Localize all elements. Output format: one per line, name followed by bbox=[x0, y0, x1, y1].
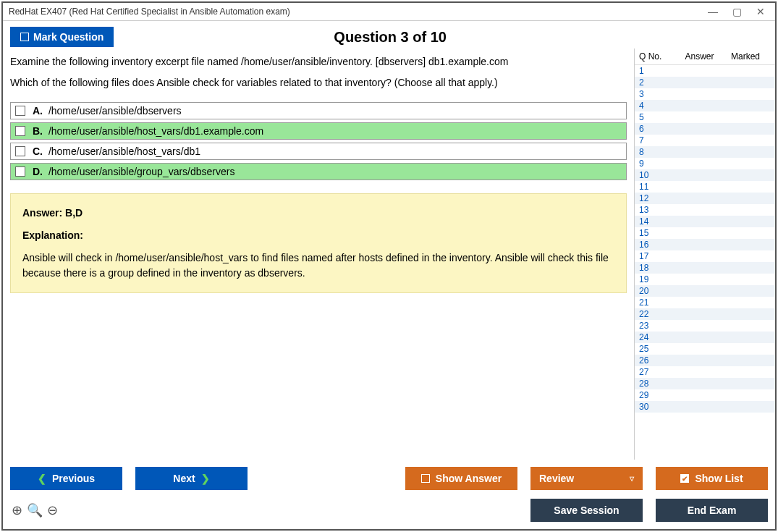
checkbox-icon bbox=[15, 126, 25, 136]
question-row-30[interactable]: 30 bbox=[635, 401, 775, 413]
question-row-25[interactable]: 25 bbox=[635, 343, 775, 355]
row-number: 22 bbox=[639, 309, 668, 319]
titlebar: RedHat EX407 (Red Hat Certified Speciali… bbox=[3, 3, 775, 21]
question-row-5[interactable]: 5 bbox=[635, 111, 775, 123]
question-row-24[interactable]: 24 bbox=[635, 332, 775, 343]
show-list-button[interactable]: ✔ Show List bbox=[656, 467, 768, 490]
question-row-19[interactable]: 19 bbox=[635, 274, 775, 285]
previous-button[interactable]: ❮ Previous bbox=[10, 467, 122, 490]
row-number: 14 bbox=[639, 216, 668, 227]
end-exam-label: End Exam bbox=[688, 504, 737, 516]
question-row-10[interactable]: 10 bbox=[635, 169, 775, 181]
question-row-22[interactable]: 22 bbox=[635, 308, 775, 320]
option-text: A. /home/user/ansible/dbservers bbox=[33, 105, 182, 117]
question-row-6[interactable]: 6 bbox=[635, 123, 775, 135]
main-content: Examine the following inventory excerpt … bbox=[3, 48, 634, 460]
explanation-text: Ansible will check in /home/user/ansible… bbox=[22, 250, 614, 281]
question-row-21[interactable]: 21 bbox=[635, 297, 775, 308]
mark-question-button[interactable]: Mark Question bbox=[10, 27, 114, 47]
question-row-9[interactable]: 9 bbox=[635, 158, 775, 169]
show-list-label: Show List bbox=[695, 473, 743, 484]
question-row-20[interactable]: 20 bbox=[635, 285, 775, 297]
question-row-23[interactable]: 23 bbox=[635, 320, 775, 332]
end-exam-button[interactable]: End Exam bbox=[656, 499, 768, 522]
row-number: 4 bbox=[639, 101, 668, 111]
zoom-reset-icon[interactable]: ⊕ bbox=[12, 502, 22, 518]
question-row-16[interactable]: 16 bbox=[635, 239, 775, 250]
checkbox-icon bbox=[15, 146, 25, 156]
row-number: 13 bbox=[639, 205, 668, 215]
row-number: 3 bbox=[639, 89, 668, 99]
review-label: Review bbox=[539, 473, 574, 484]
explanation-label: Explanation: bbox=[22, 228, 614, 243]
question-counter: Question 3 of 10 bbox=[114, 29, 768, 46]
row-number: 28 bbox=[639, 379, 668, 389]
checkbox-checked-icon: ✔ bbox=[680, 474, 689, 483]
row-number: 16 bbox=[639, 240, 668, 250]
option-text: C. /home/user/ansible/host_vars/db1 bbox=[33, 145, 200, 157]
question-row-8[interactable]: 8 bbox=[635, 146, 775, 158]
triangle-down-icon: ▽ bbox=[630, 476, 634, 482]
question-text-2: Which of the following files does Ansibl… bbox=[10, 75, 627, 90]
chevron-left-icon: ❮ bbox=[38, 473, 46, 484]
row-number: 11 bbox=[639, 182, 668, 192]
row-number: 29 bbox=[639, 390, 668, 400]
option-D[interactable]: D. /home/user/ansible/group_vars/dbserve… bbox=[10, 163, 627, 180]
show-answer-label: Show Answer bbox=[436, 473, 502, 484]
question-text-1: Examine the following inventory excerpt … bbox=[10, 54, 627, 69]
question-row-13[interactable]: 13 bbox=[635, 204, 775, 216]
zoom-controls: ⊕ 🔍 ⊖ bbox=[10, 502, 58, 518]
row-number: 9 bbox=[639, 159, 668, 169]
row-number: 23 bbox=[639, 321, 668, 331]
row-number: 21 bbox=[639, 297, 668, 308]
option-B[interactable]: B. /home/user/ansible/host_vars/db1.exam… bbox=[10, 122, 627, 140]
question-row-27[interactable]: 27 bbox=[635, 366, 775, 378]
question-row-26[interactable]: 26 bbox=[635, 355, 775, 366]
save-session-label: Save Session bbox=[554, 504, 619, 516]
question-row-7[interactable]: 7 bbox=[635, 135, 775, 146]
question-row-3[interactable]: 3 bbox=[635, 88, 775, 100]
row-number: 26 bbox=[639, 355, 668, 366]
question-row-14[interactable]: 14 bbox=[635, 216, 775, 227]
question-row-18[interactable]: 18 bbox=[635, 262, 775, 274]
row-number: 2 bbox=[639, 77, 668, 88]
col-answer: Answer bbox=[668, 51, 731, 62]
question-row-1[interactable]: 1 bbox=[635, 65, 775, 77]
question-row-17[interactable]: 17 bbox=[635, 250, 775, 262]
question-list[interactable]: 1234567891011121314151617181920212223242… bbox=[635, 65, 775, 460]
question-row-29[interactable]: 29 bbox=[635, 389, 775, 401]
row-number: 5 bbox=[639, 112, 668, 122]
checkbox-icon bbox=[421, 474, 430, 483]
next-button[interactable]: Next ❯ bbox=[135, 467, 248, 490]
option-text: B. /home/user/ansible/host_vars/db1.exam… bbox=[33, 125, 263, 137]
question-row-12[interactable]: 12 bbox=[635, 193, 775, 204]
zoom-in-icon[interactable]: 🔍 bbox=[27, 502, 43, 518]
previous-label: Previous bbox=[52, 473, 95, 484]
row-number: 17 bbox=[639, 251, 668, 261]
row-number: 24 bbox=[639, 332, 668, 342]
maximize-icon[interactable]: ▢ bbox=[732, 6, 742, 17]
row-number: 6 bbox=[639, 124, 668, 134]
save-session-button[interactable]: Save Session bbox=[530, 499, 643, 522]
close-icon[interactable]: ✕ bbox=[756, 6, 765, 17]
checkbox-icon bbox=[15, 166, 25, 177]
minimize-icon[interactable]: — bbox=[708, 6, 718, 17]
option-A[interactable]: A. /home/user/ansible/dbservers bbox=[10, 102, 627, 119]
option-C[interactable]: C. /home/user/ansible/host_vars/db1 bbox=[10, 143, 627, 160]
window-title: RedHat EX407 (Red Hat Certified Speciali… bbox=[9, 7, 708, 17]
row-number: 15 bbox=[639, 228, 668, 238]
show-answer-button[interactable]: Show Answer bbox=[405, 467, 517, 490]
question-row-15[interactable]: 15 bbox=[635, 227, 775, 239]
question-row-28[interactable]: 28 bbox=[635, 378, 775, 389]
col-qno: Q No. bbox=[639, 51, 668, 62]
question-row-11[interactable]: 11 bbox=[635, 181, 775, 193]
zoom-out-icon[interactable]: ⊖ bbox=[47, 502, 58, 518]
question-row-4[interactable]: 4 bbox=[635, 100, 775, 111]
review-button[interactable]: Review ▽ bbox=[530, 467, 643, 490]
row-number: 18 bbox=[639, 263, 668, 273]
row-number: 20 bbox=[639, 286, 668, 296]
mark-question-label: Mark Question bbox=[33, 31, 103, 43]
row-number: 1 bbox=[639, 66, 668, 76]
question-row-2[interactable]: 2 bbox=[635, 77, 775, 88]
col-marked: Marked bbox=[731, 51, 771, 62]
